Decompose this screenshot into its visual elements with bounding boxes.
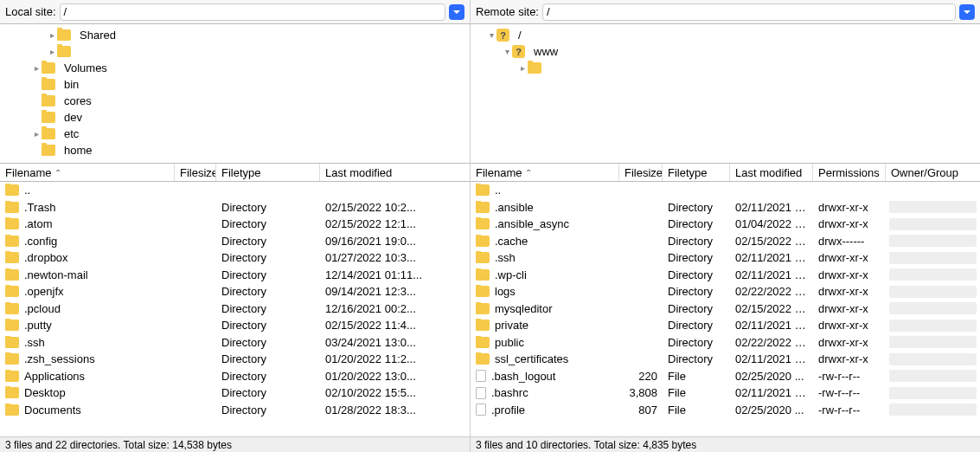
list-item[interactable]: privateDirectory02/11/2021 1...drwxr-xr-… <box>471 317 980 334</box>
tree-item-label: bin <box>61 78 82 91</box>
file-name: .openjfx <box>24 285 64 298</box>
list-item[interactable]: DesktopDirectory02/10/2022 15:5... <box>0 384 470 402</box>
folder-icon <box>476 286 490 297</box>
file-type: Directory <box>663 268 730 281</box>
file-name: .ssh <box>495 251 516 264</box>
list-item[interactable]: .bashrc3,808File02/11/2021 1...-rw-r--r-… <box>471 384 980 402</box>
tree-item[interactable]: ▸ <box>471 60 980 76</box>
col-owner[interactable]: Owner/Group <box>886 164 980 181</box>
expander-icon[interactable]: ▾ <box>502 47 512 57</box>
tree-item[interactable]: ▾?/ <box>471 27 980 43</box>
folder-icon <box>5 387 19 398</box>
col-filename[interactable]: Filename ⌃ <box>0 164 175 181</box>
list-item[interactable]: .newton-mailDirectory12/14/2021 01:11... <box>0 267 470 284</box>
list-item[interactable]: DocumentsDirectory01/28/2022 18:3... <box>0 402 470 419</box>
expander-icon[interactable] <box>31 80 42 90</box>
remote-site-dropdown-button[interactable] <box>959 4 975 20</box>
list-item[interactable]: .. <box>471 182 980 199</box>
local-site-path-input[interactable]: / <box>60 3 445 21</box>
list-item[interactable]: .sshDirectory03/24/2021 13:0... <box>0 334 470 352</box>
local-site-dropdown-button[interactable] <box>449 4 464 20</box>
file-permissions: -rw-r--r-- <box>813 386 886 399</box>
local-tree[interactable]: ▸Shared▸ ▸Volumesbincoresdev▸etchome <box>0 24 470 163</box>
list-item[interactable]: .bash_logout220File02/25/2020 ...-rw-r--… <box>471 368 980 385</box>
file-icon <box>476 387 486 399</box>
folder-icon <box>476 202 490 213</box>
file-name: Desktop <box>24 386 66 399</box>
list-item[interactable]: logsDirectory02/22/2022 1...drwxr-xr-x <box>471 283 980 300</box>
expander-icon[interactable] <box>31 96 42 107</box>
folder-icon <box>42 62 55 74</box>
tree-item[interactable]: ▾?www <box>471 43 980 60</box>
local-file-list[interactable]: ...TrashDirectory02/15/2022 10:2....atom… <box>0 182 470 436</box>
list-item[interactable]: .ansible_asyncDirectory01/04/2022 1...dr… <box>471 216 980 233</box>
file-modified: 02/15/2022 10:2... <box>320 201 470 214</box>
file-permissions: drwxr-xr-x <box>813 352 886 365</box>
expander-icon[interactable] <box>31 145 42 156</box>
col-modified[interactable]: Last modified <box>730 164 813 181</box>
tree-item[interactable]: ▸Shared <box>0 27 470 43</box>
file-type: Directory <box>663 319 730 332</box>
list-item[interactable]: .cacheDirectory02/15/2022 1...drwx------ <box>471 233 980 250</box>
list-item[interactable]: .wp-cliDirectory02/11/2021 1...drwxr-xr-… <box>471 267 980 284</box>
col-filetype[interactable]: Filetype <box>216 164 320 181</box>
folder-icon <box>528 62 541 74</box>
list-item[interactable]: .zsh_sessionsDirectory01/20/2022 11:2... <box>0 351 470 368</box>
local-site-label: Local site: <box>5 5 60 18</box>
remote-pane: Remote site: / ▾?/▾?www▸ Filename ⌃ File… <box>471 0 980 452</box>
unknown-folder-icon: ? <box>512 45 525 58</box>
remote-site-path-text: / <box>547 5 550 18</box>
list-item[interactable]: .atomDirectory02/15/2022 12:1... <box>0 216 470 233</box>
list-item[interactable]: .configDirectory09/16/2021 19:0... <box>0 233 470 250</box>
tree-item[interactable]: ▸Volumes <box>0 60 470 76</box>
expander-icon[interactable]: ▾ <box>486 30 496 41</box>
tree-item[interactable]: ▸ <box>0 43 470 60</box>
list-item[interactable]: .puttyDirectory02/15/2022 11:4... <box>0 317 470 334</box>
expander-icon[interactable]: ▸ <box>47 30 57 41</box>
remote-site-path-input[interactable]: / <box>542 3 956 21</box>
list-item[interactable]: .openjfxDirectory09/14/2021 12:3... <box>0 283 470 300</box>
remote-tree[interactable]: ▾?/▾?www▸ <box>471 24 980 163</box>
expander-icon[interactable]: ▸ <box>31 63 42 74</box>
list-item[interactable]: .dropboxDirectory01/27/2022 10:3... <box>0 249 470 267</box>
file-type: Directory <box>663 251 730 264</box>
tree-item[interactable]: bin <box>0 76 470 93</box>
local-site-path-text: / <box>64 5 67 18</box>
folder-icon <box>476 184 490 196</box>
col-filesize[interactable]: Filesize <box>175 164 216 181</box>
col-filetype[interactable]: Filetype <box>663 164 730 181</box>
expander-icon[interactable]: ▸ <box>47 47 57 57</box>
list-item[interactable]: ApplicationsDirectory01/20/2022 13:0... <box>0 368 470 385</box>
tree-item[interactable]: home <box>0 142 470 158</box>
list-item[interactable]: mysqleditorDirectory02/15/2022 1...drwxr… <box>471 300 980 318</box>
list-item[interactable]: .profile807File02/25/2020 ...-rw-r--r-- <box>471 402 980 419</box>
col-permissions[interactable]: Permissions <box>813 164 886 181</box>
file-type: Directory <box>216 336 320 349</box>
list-item[interactable]: .ansibleDirectory02/11/2021 1...drwxr-xr… <box>471 199 980 216</box>
list-item[interactable]: publicDirectory02/22/2022 1...drwxr-xr-x <box>471 334 980 352</box>
expander-icon[interactable]: ▸ <box>31 129 42 139</box>
tree-item[interactable]: cores <box>0 93 470 109</box>
file-name: .ssh <box>24 336 45 349</box>
remote-file-list[interactable]: ...ansibleDirectory02/11/2021 1...drwxr-… <box>471 182 980 436</box>
tree-item[interactable]: dev <box>0 109 470 126</box>
expander-icon[interactable] <box>31 113 42 123</box>
file-owner <box>889 286 977 298</box>
file-name: mysqleditor <box>495 302 552 315</box>
col-modified[interactable]: Last modified <box>320 164 470 181</box>
tree-item[interactable]: ▸etc <box>0 126 470 142</box>
file-type: Directory <box>216 386 320 399</box>
file-name: public <box>495 336 524 349</box>
list-item[interactable]: .. <box>0 182 470 199</box>
list-item[interactable]: .pcloudDirectory12/16/2021 00:2... <box>0 300 470 318</box>
list-item[interactable]: ssl_certificatesDirectory02/11/2021 1...… <box>471 351 980 368</box>
list-item[interactable]: .TrashDirectory02/15/2022 10:2... <box>0 199 470 216</box>
col-filesize[interactable]: Filesize <box>619 164 663 181</box>
file-modified: 02/15/2022 1... <box>730 302 813 315</box>
col-filename[interactable]: Filename ⌃ <box>471 164 619 181</box>
expander-icon[interactable]: ▸ <box>517 63 528 74</box>
file-type: Directory <box>216 285 320 298</box>
folder-icon <box>476 218 490 229</box>
list-item[interactable]: .sshDirectory02/11/2021 1...drwxr-xr-x <box>471 249 980 267</box>
file-modified: 12/14/2021 01:11... <box>320 268 470 281</box>
